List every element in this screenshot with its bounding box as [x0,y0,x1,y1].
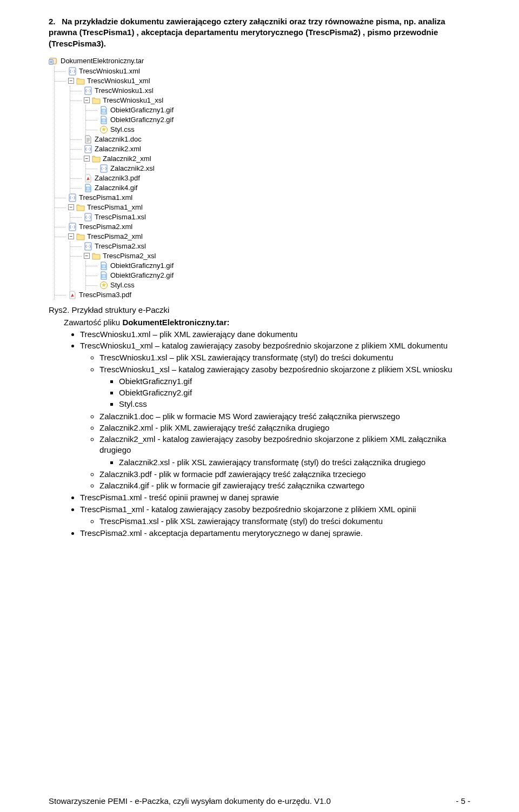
tree-node-label: Zalacznik2.xml [95,145,141,152]
tree-node-label: TrescPisma2_xsl [103,252,156,259]
tree-node: ObiektGraficzny2.gif [85,271,470,280]
list-item: TrescWniosku1_xml – katalog zawierający … [80,340,470,351]
numbered-paragraph: 2. Na przykładzie dokumentu zawierająceg… [49,16,470,49]
gif-icon [84,184,92,192]
svg-point-8 [88,90,88,91]
subheading: Zawartość pliku DokumentElektroniczny.ta… [49,318,470,327]
tree-node-label: Styl.css [110,281,135,288]
list-item: TrescWniosku1.xml – plik XML zawierający… [80,329,470,340]
tree-root-label: DokumentElektroniczny.tar [61,57,144,64]
tree-node-label: ObiektGraficzny2.gif [110,116,174,123]
expander-icon[interactable]: − [68,78,74,84]
tree-node-label: TrescPisma2.xml [79,223,132,230]
tree-node-label: Zalacznik4.gif [95,184,137,191]
tree-node-label: ObiektGraficzny2.gif [110,272,174,279]
footer-right: - 5 - [456,796,470,806]
list-number: 2. [49,16,59,27]
figure-caption: Rys2. Przykład struktury e-Paczki [49,305,470,314]
tree-node: Zalacznik2.xsl [85,164,470,173]
gif-icon [99,271,108,280]
xml-icon [68,193,77,202]
xml-icon [99,164,108,173]
xml-icon [84,145,92,153]
pdf-icon [84,174,92,183]
gif-icon [99,261,108,270]
list-item: TrescPisma2.xml - akceptacja departament… [80,528,470,539]
tree-node: Zalacznik4.gif [70,183,470,193]
list-item: Zalacznik1.doc – plik w formacie MS Word… [99,411,470,422]
tree-node-label: Zalacznik1.doc [95,136,142,143]
svg-rect-10 [102,119,106,122]
tree-node-label: TrescWniosku1.xml [79,68,140,75]
expander-icon[interactable]: − [68,204,74,210]
tree-node: Zalacznik2.xml [70,144,470,154]
svg-rect-29 [102,265,106,268]
list-item: Zalacznik2_xml - katalog zawierający zas… [99,434,470,456]
subheading-pre: Zawartość pliku [64,318,122,327]
tree-node: Styl.css [85,125,470,135]
gif-icon [99,116,108,124]
tree-node: TrescPisma2.xml [54,222,470,232]
svg-rect-9 [102,109,106,112]
list-item: Zalacznik2.xsl - plik XSL zawierający tr… [119,457,470,468]
tree-node: −TrescPisma1_xml [54,203,470,212]
list-item: Zalacznik3.pdf - plik w formacie pdf zaw… [99,469,470,480]
list-item: Zalacznik4.gif - plik w formacie gif zaw… [99,480,470,491]
tree-node: TrescPisma3.pdf [54,290,470,300]
tree-node-label: TrescPisma3.pdf [79,291,131,298]
svg-point-6 [72,71,72,71]
tree-node: TrescPisma1.xml [54,193,470,203]
list-item: TrescWniosku1.xsl – plik XSL zawierający… [99,352,470,363]
tree-node: ObiektGraficzny1.gif [85,105,470,115]
tree-node-label: TrescPisma1.xsl [95,213,146,220]
expander-icon[interactable]: − [68,233,74,239]
svg-point-28 [88,246,88,246]
tree-node: TrescWniosku1.xsl [70,86,470,96]
tree-node: Styl.css [85,280,470,290]
paragraph-text: Na przykładzie dokumentu zawierającego c… [49,17,445,48]
expander-icon[interactable]: − [84,156,90,162]
tree-node-label: TrescPisma1_xml [87,204,143,211]
archive-icon [49,57,57,65]
tree-node: TrescPisma1.xsl [70,212,470,222]
folder-icon [76,203,85,212]
list-item: TrescWniosku1_xsl – katalog zawierający … [99,364,470,375]
doc-icon [84,135,92,144]
svg-point-24 [88,217,88,217]
svg-rect-30 [102,274,106,278]
list-item: TrescPisma1_xml - katalog zawierający za… [80,504,470,515]
svg-point-22 [72,197,72,198]
tree-node-label: TrescWniosku1_xsl [103,97,163,104]
expander-icon[interactable]: − [84,253,90,259]
pdf-icon [68,291,77,299]
tree-node: −TrescPisma2_xsl [70,251,470,261]
svg-point-26 [72,226,72,227]
list-item: ObiektGraficzny1.gif [119,376,470,387]
tree-node: −TrescPisma2_xml [54,232,470,241]
tree-node: ObiektGraficzny2.gif [85,115,470,125]
expander-icon[interactable]: − [84,97,90,103]
list-item: Styl.css [119,399,470,410]
list-item: Zalacznik2.xml - plik XML zawierający tr… [99,422,470,433]
list-item: ObiektGraficzny2.gif [119,387,470,398]
svg-point-17 [88,149,88,149]
tree-node-label: TrescPisma2.xsl [95,243,146,250]
tree-node-label: Styl.css [110,126,135,133]
content-list: TrescWniosku1.xml – plik XML zawierający… [49,329,470,539]
folder-icon [92,155,101,163]
folder-icon [76,232,85,241]
tree-node: −Zalacznik2_xml [70,154,470,164]
subheading-bold: DokumentElektroniczny.tar: [122,318,229,327]
tree-node: Zalacznik3.pdf [70,173,470,183]
tree-node: −TrescWniosku1_xml [54,76,470,86]
tree-node-label: TrescWniosku1.xsl [95,87,154,94]
footer: Stowarzyszenie PEMI - e-Paczka, czyli wy… [49,796,470,806]
css-icon [99,125,108,134]
xml-icon [68,223,77,231]
gif-icon [99,106,108,115]
tree-node: TrescWniosku1.xml [54,66,470,76]
svg-rect-20 [86,187,90,190]
tree-node-label: ObiektGraficzny1.gif [110,262,174,269]
folder-icon [92,96,101,105]
xml-icon [68,67,77,76]
